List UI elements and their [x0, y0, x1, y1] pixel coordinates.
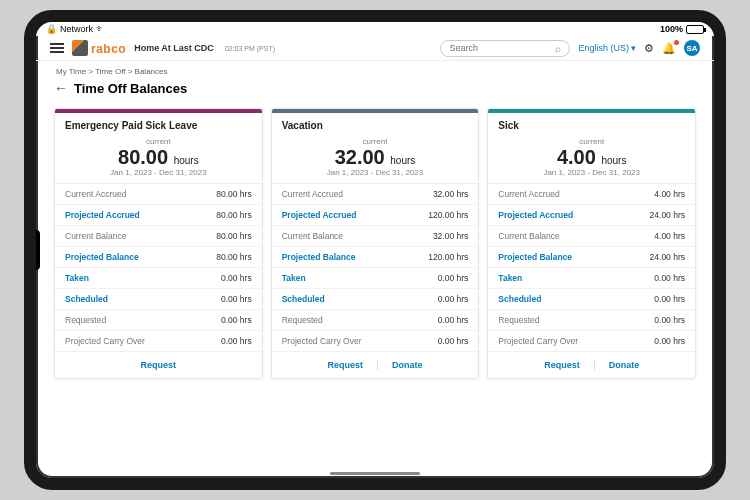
row-label: Requested [282, 315, 323, 325]
row-value: 80.00 hrs [216, 189, 251, 199]
balance-row[interactable]: Projected Accrued120.00 hrs [272, 205, 479, 226]
search-input[interactable]: ⌕ [440, 40, 570, 57]
row-value: 4.00 hrs [654, 189, 685, 199]
row-label: Projected Balance [498, 252, 572, 262]
balance-row[interactable]: Scheduled0.00 hrs [272, 289, 479, 310]
balance-row[interactable]: Taken0.00 hrs [55, 268, 262, 289]
balance-row: Requested0.00 hrs [55, 310, 262, 331]
row-label: Taken [282, 273, 306, 283]
balance-row[interactable]: Taken0.00 hrs [488, 268, 695, 289]
row-value: 0.00 hrs [654, 273, 685, 283]
row-value: 80.00 hrs [216, 252, 251, 262]
row-value: 120.00 hrs [428, 252, 468, 262]
balance-row: Projected Carry Over0.00 hrs [55, 331, 262, 352]
row-label: Current Balance [282, 231, 343, 241]
balance-row[interactable]: Projected Balance120.00 hrs [272, 247, 479, 268]
balance-card: Vacationcurrent32.00 hoursJan 1, 2023 - … [271, 108, 480, 379]
app-header: rabco Home At Last CDC 02:03 PM (PST) ⌕ … [36, 36, 714, 61]
balance-value: 4.00 hours [488, 146, 695, 168]
row-label: Requested [65, 315, 106, 325]
row-value: 0.00 hrs [438, 273, 469, 283]
date-range: Jan 1, 2023 - Dec 31, 2023 [488, 168, 695, 177]
row-value: 0.00 hrs [221, 336, 252, 346]
device-status-bar: 🔒 Network ᯤ 100% [36, 22, 714, 36]
row-label: Requested [498, 315, 539, 325]
wifi-icon: ᯤ [96, 24, 105, 34]
balance-row: Current Balance4.00 hrs [488, 226, 695, 247]
current-label: current [272, 137, 479, 146]
request-link[interactable]: Request [530, 360, 594, 370]
date-range: Jan 1, 2023 - Dec 31, 2023 [272, 168, 479, 177]
balance-row[interactable]: Projected Balance24.00 hrs [488, 247, 695, 268]
row-label: Projected Accrued [498, 210, 573, 220]
brand-logo[interactable]: rabco [72, 39, 126, 57]
row-label: Projected Balance [65, 252, 139, 262]
row-value: 0.00 hrs [438, 294, 469, 304]
donate-link[interactable]: Donate [594, 360, 654, 370]
row-label: Current Balance [498, 231, 559, 241]
balance-value: 80.00 hours [55, 146, 262, 168]
battery-icon [686, 25, 704, 34]
language-selector[interactable]: English (US) ▾ [578, 43, 636, 53]
balance-row: Current Accrued32.00 hrs [272, 184, 479, 205]
page-title: Time Off Balances [74, 81, 187, 96]
row-label: Taken [65, 273, 89, 283]
breadcrumb: My Time > Time Off > Balances [36, 61, 714, 78]
donate-link[interactable]: Donate [377, 360, 437, 370]
request-link[interactable]: Request [313, 360, 377, 370]
back-arrow-icon[interactable]: ← [54, 80, 68, 96]
row-value: 80.00 hrs [216, 210, 251, 220]
row-label: Current Accrued [282, 189, 343, 199]
balance-row[interactable]: Projected Accrued24.00 hrs [488, 205, 695, 226]
row-label: Scheduled [65, 294, 108, 304]
balance-row: Current Balance32.00 hrs [272, 226, 479, 247]
row-label: Current Accrued [65, 189, 126, 199]
row-value: 32.00 hrs [433, 189, 468, 199]
menu-icon[interactable] [50, 43, 64, 53]
lock-icon: 🔒 [46, 24, 57, 34]
notifications-icon[interactable]: 🔔 [662, 42, 676, 55]
search-field[interactable] [449, 43, 555, 53]
current-label: current [55, 137, 262, 146]
row-label: Projected Carry Over [498, 336, 578, 346]
org-time: 02:03 PM (PST) [225, 45, 275, 52]
avatar[interactable]: SA [684, 40, 700, 56]
row-label: Current Balance [65, 231, 126, 241]
row-label: Current Accrued [498, 189, 559, 199]
row-value: 32.00 hrs [433, 231, 468, 241]
balance-row[interactable]: Scheduled0.00 hrs [55, 289, 262, 310]
row-label: Projected Carry Over [65, 336, 145, 346]
balance-row[interactable]: Projected Accrued80.00 hrs [55, 205, 262, 226]
row-value: 24.00 hrs [650, 210, 685, 220]
balance-card: Emergency Paid Sick Leavecurrent80.00 ho… [54, 108, 263, 379]
balance-row: Projected Carry Over0.00 hrs [272, 331, 479, 352]
card-title: Emergency Paid Sick Leave [55, 113, 262, 134]
balance-row[interactable]: Projected Balance80.00 hrs [55, 247, 262, 268]
balance-row[interactable]: Scheduled0.00 hrs [488, 289, 695, 310]
balance-value: 32.00 hours [272, 146, 479, 168]
card-title: Vacation [272, 113, 479, 134]
balance-row: Current Accrued80.00 hrs [55, 184, 262, 205]
home-indicator[interactable] [330, 472, 420, 475]
balance-row: Requested0.00 hrs [488, 310, 695, 331]
balance-row: Projected Carry Over0.00 hrs [488, 331, 695, 352]
row-value: 0.00 hrs [221, 315, 252, 325]
settings-icon[interactable]: ⚙ [644, 42, 654, 55]
balance-row: Current Accrued4.00 hrs [488, 184, 695, 205]
row-label: Projected Accrued [65, 210, 140, 220]
row-value: 80.00 hrs [216, 231, 251, 241]
row-value: 0.00 hrs [221, 273, 252, 283]
balance-row: Current Balance80.00 hrs [55, 226, 262, 247]
logo-mark-icon [72, 40, 88, 56]
row-value: 24.00 hrs [650, 252, 685, 262]
battery-percent: 100% [660, 24, 683, 34]
balance-row: Requested0.00 hrs [272, 310, 479, 331]
row-value: 0.00 hrs [654, 315, 685, 325]
balance-row[interactable]: Taken0.00 hrs [272, 268, 479, 289]
card-title: Sick [488, 113, 695, 134]
row-label: Scheduled [498, 294, 541, 304]
row-value: 0.00 hrs [654, 336, 685, 346]
request-link[interactable]: Request [127, 360, 191, 370]
date-range: Jan 1, 2023 - Dec 31, 2023 [55, 168, 262, 177]
row-value: 0.00 hrs [221, 294, 252, 304]
